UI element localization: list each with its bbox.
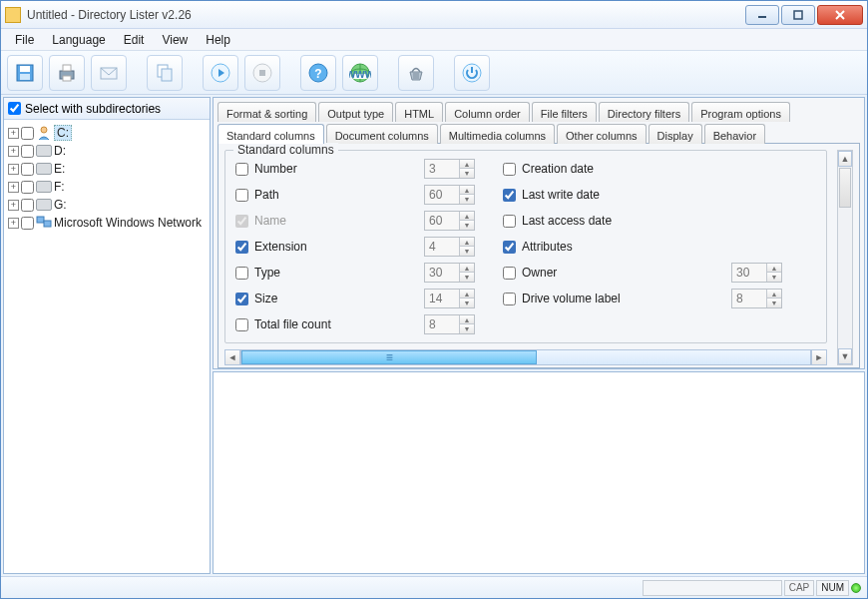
- scrollbar-thumb[interactable]: ≡: [241, 350, 537, 364]
- tab-standard-columns[interactable]: Standard columns: [217, 124, 324, 144]
- basket-button[interactable]: [398, 55, 434, 91]
- tab-document-columns[interactable]: Document columns: [326, 124, 438, 144]
- tree-checkbox[interactable]: [21, 217, 34, 230]
- spin-up-icon[interactable]: ▲: [767, 290, 781, 299]
- scroll-right-button[interactable]: ►: [811, 349, 827, 365]
- web-button[interactable]: www: [342, 55, 378, 91]
- spin-up-icon[interactable]: ▲: [460, 315, 474, 324]
- spin-down-icon[interactable]: ▼: [460, 221, 474, 230]
- width-input[interactable]: [425, 264, 459, 282]
- expand-icon[interactable]: +: [8, 146, 19, 157]
- tab-column-order[interactable]: Column order: [445, 102, 530, 122]
- spin-down-icon[interactable]: ▼: [460, 195, 474, 204]
- expand-icon[interactable]: +: [8, 200, 19, 211]
- tree-checkbox[interactable]: [21, 163, 34, 176]
- tab-display[interactable]: Display: [649, 124, 702, 144]
- tree-checkbox[interactable]: [21, 127, 34, 140]
- size-checkbox[interactable]: [235, 293, 248, 305]
- spin-down-icon[interactable]: ▼: [460, 247, 474, 256]
- horizontal-scrollbar[interactable]: ◄ ≡ ►: [224, 349, 827, 365]
- email-button[interactable]: [91, 55, 127, 91]
- tab-directory-filters[interactable]: Directory filters: [599, 102, 689, 122]
- width-stepper[interactable]: ▲▼: [731, 263, 782, 283]
- width-input[interactable]: [425, 212, 459, 230]
- width-input[interactable]: [425, 315, 459, 333]
- width-stepper[interactable]: ▲▼: [424, 211, 475, 231]
- tab-format-sorting[interactable]: Format & sorting: [217, 102, 316, 122]
- spin-down-icon[interactable]: ▼: [767, 299, 781, 307]
- spin-up-icon[interactable]: ▲: [767, 264, 781, 273]
- type-checkbox[interactable]: [235, 267, 248, 280]
- expand-icon[interactable]: +: [8, 182, 19, 193]
- copy-button[interactable]: [147, 55, 183, 91]
- width-stepper[interactable]: ▲▼: [424, 185, 475, 205]
- last-access-date-checkbox[interactable]: [503, 215, 516, 228]
- close-button[interactable]: [817, 5, 863, 25]
- width-stepper[interactable]: ▲▼: [731, 289, 782, 308]
- tree-checkbox[interactable]: [21, 181, 34, 194]
- extension-checkbox[interactable]: [235, 241, 248, 254]
- tab-output-type[interactable]: Output type: [318, 102, 393, 122]
- subdirectories-checkbox[interactable]: [8, 102, 21, 115]
- spin-up-icon[interactable]: ▲: [460, 264, 474, 273]
- save-button[interactable]: [7, 55, 43, 91]
- spin-up-icon[interactable]: ▲: [460, 238, 474, 247]
- width-stepper[interactable]: ▲▼: [424, 159, 475, 179]
- tab-program-options[interactable]: Program options: [691, 102, 790, 122]
- number-checkbox[interactable]: [235, 163, 248, 176]
- drive-tree[interactable]: + C: + D: + E: +: [4, 120, 210, 573]
- last-write-date-checkbox[interactable]: [503, 189, 516, 202]
- stop-button[interactable]: [244, 55, 280, 91]
- tree-item-d[interactable]: + D:: [6, 142, 208, 160]
- spin-down-icon[interactable]: ▼: [767, 273, 781, 282]
- width-input[interactable]: [732, 264, 766, 282]
- drive-volume-label-checkbox[interactable]: [503, 293, 516, 305]
- spin-up-icon[interactable]: ▲: [460, 290, 474, 299]
- play-button[interactable]: [203, 55, 238, 91]
- tab-html[interactable]: HTML: [395, 102, 443, 122]
- creation-date-checkbox[interactable]: [503, 163, 516, 176]
- minimize-button[interactable]: [745, 5, 779, 25]
- tree-item-c[interactable]: + C:: [6, 124, 208, 142]
- tab-behavior[interactable]: Behavior: [704, 124, 765, 144]
- spin-down-icon[interactable]: ▼: [460, 324, 474, 333]
- maximize-button[interactable]: [781, 5, 815, 25]
- scroll-up-button[interactable]: ▲: [838, 151, 852, 167]
- tree-item-e[interactable]: + E:: [6, 160, 208, 178]
- spin-down-icon[interactable]: ▼: [460, 169, 474, 178]
- menu-edit[interactable]: Edit: [116, 31, 153, 49]
- total-file-count-checkbox[interactable]: [235, 318, 248, 331]
- spin-up-icon[interactable]: ▲: [460, 186, 474, 195]
- help-button[interactable]: ?: [300, 55, 336, 91]
- expand-icon[interactable]: +: [8, 128, 19, 139]
- power-button[interactable]: [454, 55, 490, 91]
- tab-multimedia-columns[interactable]: Multimedia columns: [440, 124, 555, 144]
- tree-checkbox[interactable]: [21, 145, 34, 158]
- expand-icon[interactable]: +: [8, 218, 19, 229]
- menu-file[interactable]: File: [7, 31, 42, 49]
- name-checkbox[interactable]: [235, 215, 248, 228]
- width-stepper[interactable]: ▲▼: [424, 263, 475, 283]
- menu-help[interactable]: Help: [198, 31, 238, 49]
- attributes-checkbox[interactable]: [503, 241, 516, 254]
- expand-icon[interactable]: +: [8, 164, 19, 175]
- scroll-left-button[interactable]: ◄: [224, 349, 240, 365]
- scroll-down-button[interactable]: ▼: [838, 348, 852, 364]
- output-pane[interactable]: [213, 371, 865, 574]
- vertical-scrollbar[interactable]: ▲ ▼: [837, 150, 853, 365]
- spin-up-icon[interactable]: ▲: [460, 212, 474, 221]
- width-stepper[interactable]: ▲▼: [424, 314, 475, 334]
- width-input[interactable]: [425, 160, 459, 178]
- owner-checkbox[interactable]: [503, 267, 516, 280]
- print-button[interactable]: [49, 55, 85, 91]
- path-checkbox[interactable]: [235, 189, 248, 202]
- menu-language[interactable]: Language: [44, 31, 113, 49]
- tree-item-network[interactable]: + Microsoft Windows Network: [6, 214, 208, 232]
- width-input[interactable]: [425, 186, 459, 204]
- spin-down-icon[interactable]: ▼: [460, 299, 474, 307]
- tab-other-columns[interactable]: Other columns: [557, 124, 647, 144]
- width-input[interactable]: [425, 290, 459, 307]
- tree-checkbox[interactable]: [21, 199, 34, 212]
- width-stepper[interactable]: ▲▼: [424, 289, 475, 308]
- tree-item-g[interactable]: + G:: [6, 196, 208, 214]
